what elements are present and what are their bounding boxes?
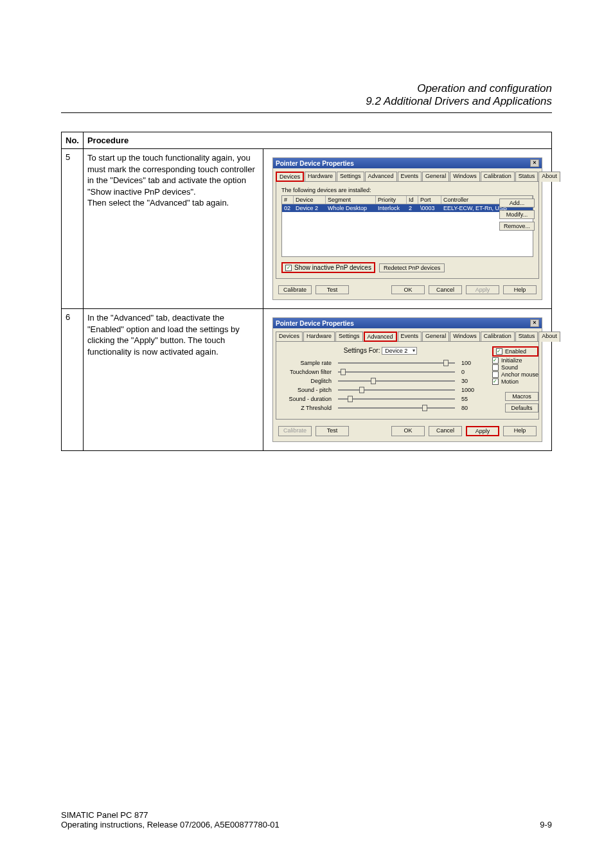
slider-label: Touchdown filter	[281, 369, 332, 375]
page-footer: SIMATIC Panel PC 877 Operating instructi…	[61, 810, 552, 829]
step-description: In the "Advanced" tab, deactivate the "E…	[83, 309, 263, 451]
cancel-button[interactable]: Cancel	[429, 285, 462, 294]
slider-label: Sound - pitch	[281, 387, 332, 393]
col-priority: Priority	[376, 196, 407, 204]
tab-general[interactable]: General	[422, 172, 449, 182]
checkbox-checked-icon[interactable]: ✓	[285, 265, 292, 271]
header-line-2: 9.2 Additional Drivers and Applications	[366, 95, 552, 108]
macros-button[interactable]: Macros	[505, 392, 538, 401]
step-screenshot-cell: Pointer Device Properties × Devices Hard…	[263, 149, 552, 309]
table-row: 5 To start up the touch functionality ag…	[62, 149, 552, 309]
step-screenshot-cell: Pointer Device Properties × Devices Hard…	[263, 309, 552, 451]
close-icon[interactable]: ×	[530, 319, 539, 327]
remove-button[interactable]: Remove...	[499, 222, 535, 231]
ok-button[interactable]: OK	[391, 426, 425, 436]
footer-line-1: SIMATIC Panel PC 877	[61, 810, 280, 820]
right-buttons: Macros Defaults	[505, 392, 538, 412]
calibrate-button[interactable]: Calibrate	[278, 285, 312, 294]
listbox-header: # Device Segment Priority Id Port Contro…	[282, 196, 533, 204]
step-number: 6	[62, 309, 84, 451]
titlebar: Pointer Device Properties ×	[273, 158, 542, 168]
dialog-title: Pointer Device Properties	[276, 160, 354, 167]
help-button[interactable]: Help	[503, 285, 537, 294]
tab-events[interactable]: Events	[398, 172, 422, 182]
redetect-button[interactable]: Redetect PnP devices	[379, 263, 445, 272]
show-inactive-label: Show inactive PnP devices	[294, 264, 371, 271]
tab-calibration[interactable]: Calibration	[481, 332, 515, 342]
tab-advanced[interactable]: Advanced	[365, 172, 397, 182]
header-line-1: Operation and configuration	[366, 82, 552, 95]
slider-touchdown-filter[interactable]: Touchdown filter 0	[281, 369, 479, 375]
checkbox-checked-icon[interactable]: ✓	[492, 357, 499, 364]
defaults-button[interactable]: Defaults	[505, 403, 538, 412]
slider-sound-duration[interactable]: Sound - duration 55	[281, 396, 479, 402]
tab-calibration[interactable]: Calibration	[481, 172, 515, 182]
motion-option[interactable]: ✓Motion	[492, 378, 538, 385]
tab-about[interactable]: About	[538, 172, 560, 182]
tab-body: Settings For: Device 2 Sample rate 100 T…	[276, 341, 539, 420]
tab-status[interactable]: Status	[515, 332, 538, 342]
tab-settings[interactable]: Settings	[337, 172, 364, 182]
tab-windows[interactable]: Windows	[450, 172, 480, 182]
settings-for-label: Settings For:	[344, 347, 380, 354]
checkbox-unchecked-icon[interactable]	[492, 364, 499, 371]
slider-value: 0	[461, 369, 479, 375]
col-hash: #	[282, 196, 294, 204]
page-number: 9-9	[540, 820, 552, 829]
test-button[interactable]: Test	[315, 285, 349, 294]
tab-hardware[interactable]: Hardware	[305, 172, 336, 182]
show-inactive-option[interactable]: ✓ Show inactive PnP devices	[281, 262, 375, 273]
slider-value: 1000	[461, 387, 479, 393]
sound-option[interactable]: Sound	[492, 364, 538, 371]
tab-settings[interactable]: Settings	[335, 332, 363, 342]
col-segment: Segment	[326, 196, 376, 204]
enabled-label: Enabled	[505, 348, 526, 355]
settings-for-select[interactable]: Device 2	[382, 347, 417, 355]
cell-port: \0003	[418, 204, 441, 212]
tab-advanced[interactable]: Advanced	[364, 332, 397, 342]
motion-label: Motion	[501, 378, 519, 385]
modify-button[interactable]: Modify...	[499, 210, 535, 219]
slider-sample-rate[interactable]: Sample rate 100	[281, 360, 479, 366]
tab-status[interactable]: Status	[515, 172, 538, 182]
page-header: Operation and configuration 9.2 Addition…	[366, 82, 552, 108]
tab-about[interactable]: About	[538, 332, 560, 342]
list-item[interactable]: 02 Device 2 Whole Desktop Interlock 2 \0…	[282, 204, 533, 212]
slider-z-threshold[interactable]: Z Threshold 80	[281, 405, 479, 411]
cell-priority: Interlock	[376, 204, 407, 212]
checkbox-unchecked-icon[interactable]	[492, 371, 499, 378]
tab-events[interactable]: Events	[398, 332, 422, 342]
step-description: To start up the touch functionality agai…	[83, 149, 263, 309]
tab-devices[interactable]: Devices	[276, 172, 304, 182]
checkbox-checked-icon[interactable]: ✓	[496, 348, 502, 355]
right-options: ✓Enabled ✓Initialize Sound Anchor mouse …	[492, 346, 538, 385]
dialog-title: Pointer Device Properties	[276, 320, 354, 327]
procedure-table: No. Procedure 5 To start up the touch fu…	[61, 132, 552, 451]
apply-button[interactable]: Apply	[466, 426, 499, 436]
tab-hardware[interactable]: Hardware	[303, 332, 335, 342]
settings-for-row: Settings For: Device 2	[281, 347, 479, 355]
tab-general[interactable]: General	[422, 332, 449, 342]
initialize-option[interactable]: ✓Initialize	[492, 357, 538, 364]
ok-button[interactable]: OK	[391, 285, 425, 294]
tab-devices[interactable]: Devices	[276, 332, 303, 342]
slider-deglitch[interactable]: Deglitch 30	[281, 378, 479, 384]
checkbox-checked-icon[interactable]: ✓	[492, 378, 499, 385]
help-button[interactable]: Help	[503, 426, 537, 436]
cell-hash: 02	[282, 204, 294, 212]
test-button[interactable]: Test	[315, 426, 349, 436]
slider-sound-pitch[interactable]: Sound - pitch 1000	[281, 387, 479, 393]
anchor-option[interactable]: Anchor mouse	[492, 371, 538, 378]
tab-windows[interactable]: Windows	[450, 332, 480, 342]
slider-value: 80	[461, 405, 479, 411]
enabled-option[interactable]: ✓Enabled	[492, 346, 538, 357]
bottom-row: ✓ Show inactive PnP devices Redetect PnP…	[281, 262, 533, 273]
dialog-button-row: Calibrate Test OK Cancel Apply Help	[273, 423, 542, 441]
add-button[interactable]: Add...	[499, 199, 535, 208]
device-listbox[interactable]: # Device Segment Priority Id Port Contro…	[281, 195, 533, 257]
close-icon[interactable]: ×	[530, 159, 539, 167]
cancel-button[interactable]: Cancel	[429, 426, 462, 436]
titlebar: Pointer Device Properties ×	[273, 318, 542, 328]
slider-label: Z Threshold	[281, 405, 332, 411]
dialog-devices: Pointer Device Properties × Devices Hard…	[272, 157, 542, 300]
